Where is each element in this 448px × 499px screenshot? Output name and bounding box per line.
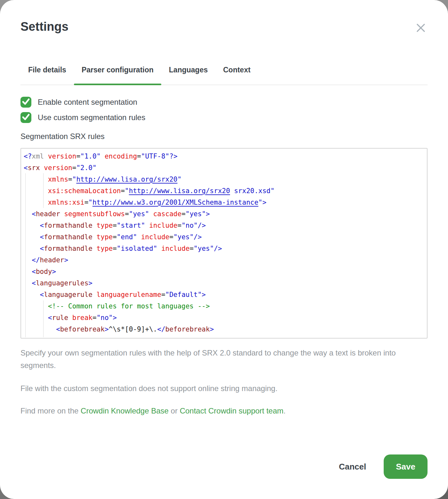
help-text-online-managing: File with the custom segmentation does n… xyxy=(20,382,428,395)
save-button[interactable]: Save xyxy=(384,454,428,479)
checkmark-icon xyxy=(20,111,31,124)
help-text-find-more: Find more on the Crowdin Knowledge Base … xyxy=(20,405,428,417)
dialog-footer: Cancel Save xyxy=(339,454,428,479)
close-button[interactable] xyxy=(414,21,428,36)
cancel-button[interactable]: Cancel xyxy=(339,462,366,472)
tab-bar: File details Parser configuration Langua… xyxy=(20,65,428,85)
checkbox-label: Use custom segmentation rules xyxy=(38,113,145,122)
find-more-middle: or xyxy=(169,406,180,415)
dialog-header: Settings xyxy=(20,0,428,36)
close-icon xyxy=(415,29,426,34)
code-content: <?xml version="1.0" encoding="UTF-8"?><s… xyxy=(24,151,427,339)
tab-file-details[interactable]: File details xyxy=(20,65,74,85)
tab-context[interactable]: Context xyxy=(215,65,258,85)
srx-rules-editor[interactable]: <?xml version="1.0" encoding="UTF-8"?><s… xyxy=(20,148,428,339)
checkbox-checked-box xyxy=(20,112,31,123)
tab-parser-configuration[interactable]: Parser configuration xyxy=(74,65,161,85)
knowledge-base-link[interactable]: Crowdin Knowledge Base xyxy=(81,406,169,415)
find-more-prefix: Find more on the xyxy=(20,406,81,415)
checkbox-checked-box xyxy=(20,97,31,108)
srx-rules-label: Segmentation SRX rules xyxy=(20,132,428,141)
checkmark-icon xyxy=(20,96,31,108)
indent-guide xyxy=(43,173,44,208)
indent-guide xyxy=(25,173,26,337)
dialog-title: Settings xyxy=(20,19,68,34)
contact-support-link[interactable]: Contact Crowdin support team xyxy=(180,406,284,415)
find-more-suffix: . xyxy=(284,406,286,415)
checkbox-label: Enable content segmentation xyxy=(38,98,137,107)
indent-guide xyxy=(43,300,44,337)
checkbox-use-custom-segmentation-rules[interactable]: Use custom segmentation rules xyxy=(20,112,428,123)
help-text-srx: Specify your own segmentation rules with… xyxy=(20,347,409,372)
settings-dialog: Settings File details Parser configurati… xyxy=(0,0,448,499)
checkbox-enable-content-segmentation[interactable]: Enable content segmentation xyxy=(20,97,428,108)
tab-languages[interactable]: Languages xyxy=(161,65,215,85)
